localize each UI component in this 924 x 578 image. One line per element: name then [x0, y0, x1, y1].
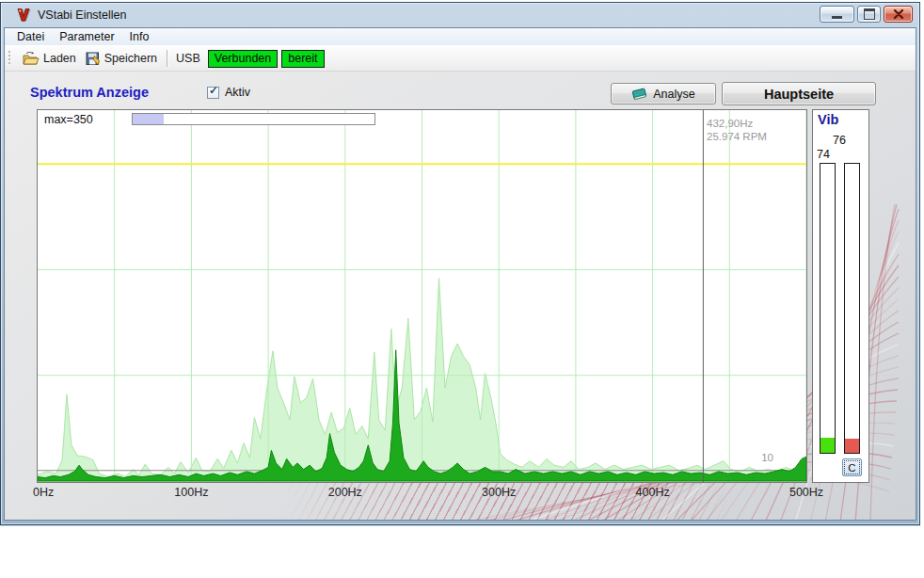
maximize-icon — [864, 8, 875, 20]
analyse-button[interactable]: Analyse — [611, 83, 716, 104]
x-axis-label: 300Hz — [482, 486, 516, 499]
x-axis-label: 500Hz — [789, 486, 823, 499]
menu-item-info[interactable]: Info — [122, 29, 157, 45]
usb-label: USB — [172, 52, 204, 65]
checkmark-icon: ✓ — [209, 84, 218, 97]
save-disk-icon — [86, 52, 101, 66]
toolbar-separator — [167, 50, 167, 67]
status-badge-verbunden: Verbunden — [208, 50, 278, 68]
x-axis-label: 0Hz — [33, 486, 54, 499]
maximize-button[interactable] — [857, 6, 881, 23]
progress-fill — [133, 114, 164, 124]
window-title: VStabi Einstellen — [38, 8, 127, 22]
analyse-label: Analyse — [653, 88, 694, 101]
close-icon — [893, 9, 904, 19]
vstabi-logo-icon — [16, 8, 32, 23]
menu-item-datei[interactable]: Datei — [9, 29, 52, 45]
laden-button[interactable]: Laden — [18, 50, 81, 67]
aktiv-label: Aktiv — [225, 86, 250, 99]
window-client-frame: Datei Parameter Info Laden — [4, 27, 916, 521]
clear-button[interactable]: C — [842, 458, 862, 476]
desktop-background: VStabi Einstellen Datei Parameter Info — [0, 0, 924, 578]
minimize-icon — [832, 16, 842, 19]
marker-readout: 432,90Hz 25.974 RPM — [707, 117, 767, 143]
hauptseite-label: Hauptseite — [764, 87, 834, 102]
spectrum-chart: max=350 432,90Hz 25.974 RPM 10 0Hz100Hz2… — [37, 109, 807, 483]
threshold-10-label: 10 — [745, 452, 773, 463]
page-title: Spektrum Anzeige — [30, 85, 149, 100]
open-folder-icon — [23, 52, 40, 65]
aktiv-checkbox[interactable]: ✓ — [207, 87, 219, 99]
speichern-label: Speichern — [104, 52, 157, 65]
vib-meter-right-fill — [845, 439, 859, 453]
hauptseite-button[interactable]: Hauptseite — [722, 82, 876, 105]
close-button[interactable] — [884, 6, 913, 23]
vib-panel: Vib 76 74 C — [812, 109, 869, 483]
main-client-area: Spektrum Anzeige ✓ Aktiv Analyse — [5, 72, 916, 520]
marker-frequency-label: 432,90Hz — [707, 117, 767, 130]
menu-item-parameter[interactable]: Parameter — [52, 29, 121, 45]
analyse-book-icon — [631, 88, 647, 101]
window-controls — [817, 6, 913, 23]
marker-rpm-label: 25.974 RPM — [707, 130, 767, 143]
laden-label: Laden — [43, 52, 76, 65]
x-axis-label: 400Hz — [636, 486, 670, 499]
minimize-button[interactable] — [820, 6, 854, 23]
speichern-button[interactable]: Speichern — [81, 50, 162, 68]
toolbar: Laden Speichern USB Verbunden bereit — [5, 45, 916, 72]
vib-title: Vib — [818, 112, 838, 127]
aktiv-checkbox-group: ✓ Aktiv — [207, 86, 250, 99]
vib-lower-value: 74 — [817, 148, 830, 161]
title-bar[interactable]: VStabi Einstellen — [1, 3, 919, 26]
app-window: VStabi Einstellen Datei Parameter Info — [0, 2, 920, 525]
status-badge-bereit: bereit — [281, 50, 324, 68]
vib-meter-left-fill — [820, 438, 835, 453]
x-axis-label: 200Hz — [328, 486, 362, 499]
vib-upper-value: 76 — [833, 134, 846, 147]
vib-meter-right — [844, 163, 860, 454]
x-axis-labels: 0Hz100Hz200Hz300Hz400Hz500Hz — [38, 486, 806, 501]
x-axis-label: 100Hz — [174, 486, 208, 499]
max-value-label: max=350 — [44, 113, 93, 126]
menu-bar: Datei Parameter Info — [5, 28, 916, 45]
clear-button-label: C — [848, 462, 855, 474]
vib-meter-left — [820, 163, 836, 454]
level-progress-bar — [132, 113, 375, 125]
spectrum-plot — [38, 110, 806, 482]
